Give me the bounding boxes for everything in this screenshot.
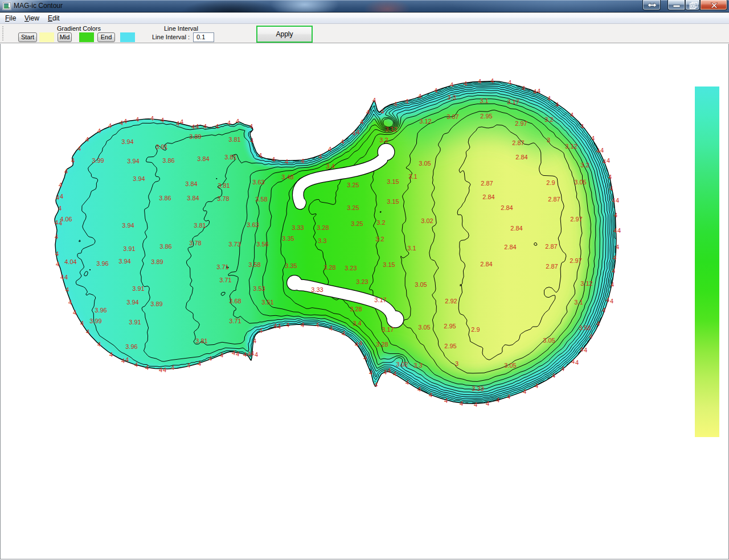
svg-text:4: 4	[73, 309, 76, 316]
svg-text:4: 4	[356, 129, 359, 135]
svg-text:4: 4	[159, 367, 162, 373]
svg-text:3.86: 3.86	[159, 195, 171, 201]
svg-text:4: 4	[272, 156, 275, 163]
svg-text:3.3: 3.3	[413, 362, 422, 369]
svg-text:3.15: 3.15	[383, 261, 395, 268]
svg-text:4: 4	[109, 351, 113, 358]
svg-text:3.1: 3.1	[408, 173, 417, 180]
svg-text:3.81: 3.81	[218, 182, 230, 189]
svg-text:3.2: 3.2	[376, 219, 385, 226]
svg-text:2.87: 2.87	[481, 180, 493, 187]
svg-text:4: 4	[380, 108, 384, 115]
svg-text:3.28: 3.28	[350, 306, 362, 312]
svg-text:4: 4	[318, 153, 322, 160]
svg-text:3.94: 3.94	[118, 258, 130, 265]
svg-text:3.25: 3.25	[347, 182, 359, 188]
svg-text:4: 4	[366, 109, 370, 116]
svg-text:4: 4	[55, 233, 58, 240]
svg-text:4: 4	[163, 367, 166, 373]
svg-text:4: 4	[369, 369, 372, 376]
svg-text:4: 4	[121, 357, 125, 364]
svg-text:4: 4	[547, 95, 551, 102]
svg-text:4: 4	[145, 364, 149, 371]
svg-text:4: 4	[108, 122, 112, 129]
svg-text:4: 4	[134, 361, 138, 368]
svg-text:2.84: 2.84	[480, 261, 492, 267]
svg-text:3.91: 3.91	[132, 285, 144, 292]
svg-text:3.63: 3.63	[252, 179, 264, 186]
svg-text:4: 4	[575, 359, 579, 366]
svg-text:3.35: 3.35	[282, 235, 294, 242]
svg-text:4: 4	[58, 205, 62, 212]
svg-text:2.87: 2.87	[512, 139, 524, 146]
svg-text:2.84: 2.84	[501, 204, 513, 211]
svg-text:4: 4	[215, 123, 219, 130]
svg-text:3.63: 3.63	[247, 221, 259, 228]
svg-text:4: 4	[464, 80, 467, 87]
svg-text:3.17: 3.17	[374, 297, 386, 303]
svg-text:2.95: 2.95	[480, 113, 492, 120]
svg-text:3.99: 3.99	[92, 157, 104, 164]
svg-text:4: 4	[602, 307, 605, 314]
svg-text:3.28: 3.28	[317, 224, 329, 231]
svg-text:4: 4	[250, 137, 253, 144]
svg-text:4.04: 4.04	[64, 258, 76, 265]
svg-text:3.02: 3.02	[396, 361, 408, 368]
svg-text:3.48: 3.48	[281, 174, 293, 180]
svg-text:3.91: 3.91	[155, 143, 167, 150]
svg-text:3.68: 3.68	[229, 298, 241, 304]
svg-text:4: 4	[341, 138, 344, 145]
svg-text:3.1: 3.1	[574, 299, 583, 306]
svg-text:4: 4	[236, 351, 239, 357]
svg-text:3.58: 3.58	[248, 261, 260, 268]
svg-text:4: 4	[191, 123, 195, 130]
svg-text:4: 4	[227, 120, 231, 126]
svg-text:2.9: 2.9	[471, 326, 480, 333]
svg-text:4: 4	[316, 322, 319, 328]
svg-text:4: 4	[474, 401, 477, 408]
svg-text:4: 4	[60, 274, 64, 281]
svg-text:4: 4	[363, 355, 367, 361]
svg-text:4: 4	[64, 274, 68, 281]
svg-text:3.17: 3.17	[507, 98, 519, 105]
svg-text:4: 4	[243, 351, 247, 358]
svg-text:4: 4	[68, 299, 72, 306]
svg-text:3.53: 3.53	[253, 285, 265, 292]
svg-text:4: 4	[614, 212, 617, 219]
svg-text:3.84: 3.84	[197, 155, 209, 162]
svg-text:3: 3	[455, 360, 458, 367]
svg-text:3.05: 3.05	[418, 324, 430, 331]
svg-text:3.12: 3.12	[580, 280, 592, 287]
svg-text:4: 4	[607, 157, 610, 164]
svg-text:4: 4	[180, 118, 183, 125]
svg-text:4: 4	[329, 325, 333, 332]
svg-text:4: 4	[523, 388, 526, 395]
svg-text:4: 4	[522, 85, 525, 92]
svg-text:4: 4	[55, 250, 59, 257]
svg-text:4: 4	[535, 382, 538, 389]
svg-text:3.25: 3.25	[351, 220, 363, 227]
svg-text:3.78: 3.78	[189, 240, 201, 246]
svg-text:4: 4	[383, 369, 387, 376]
svg-text:4: 4	[255, 351, 258, 358]
svg-text:3.78: 3.78	[217, 195, 229, 202]
svg-text:4: 4	[444, 397, 448, 404]
svg-text:4: 4	[124, 118, 127, 125]
svg-text:4: 4	[507, 393, 510, 400]
svg-text:4: 4	[372, 97, 376, 104]
svg-text:2.9: 2.9	[546, 179, 555, 186]
svg-text:4: 4	[611, 281, 614, 288]
svg-text:3.89: 3.89	[189, 133, 201, 140]
svg-text:3.28: 3.28	[323, 264, 335, 271]
svg-text:4: 4	[555, 101, 559, 108]
svg-text:4: 4	[608, 174, 612, 180]
svg-text:3.84: 3.84	[187, 195, 199, 201]
svg-text:3.91: 3.91	[129, 319, 141, 326]
svg-text:2.84: 2.84	[515, 154, 527, 160]
svg-text:4: 4	[249, 123, 253, 130]
svg-text:2.92: 2.92	[445, 298, 457, 304]
svg-text:4: 4	[171, 364, 174, 371]
svg-text:2.87: 2.87	[545, 243, 557, 250]
svg-text:3.89: 3.89	[150, 300, 162, 307]
svg-text:3.99: 3.99	[89, 318, 101, 324]
